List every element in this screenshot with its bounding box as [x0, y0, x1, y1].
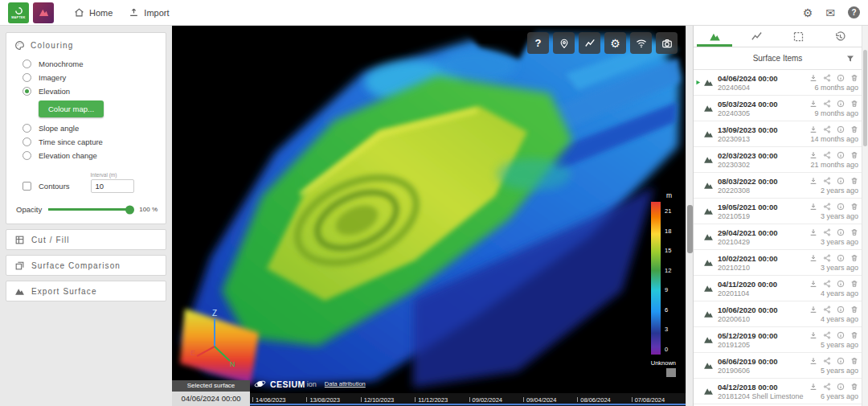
download-icon[interactable] [809, 254, 817, 262]
share-icon[interactable] [823, 74, 831, 82]
surface-list-item[interactable]: 04/06/2024 00:00 20240604 6 months ago [694, 70, 862, 96]
viewer-screenshot-button[interactable] [656, 32, 678, 54]
surface-list-item[interactable]: 06/06/2019 00:00 20190606 5 years ago [694, 353, 862, 379]
info-icon[interactable] [837, 203, 845, 211]
timeline-date[interactable]: 08/06/2024 [577, 396, 631, 404]
timeline-date[interactable]: 09/02/2024 [469, 396, 523, 404]
settings-gear-icon[interactable]: ⚙ [803, 7, 813, 18]
download-icon[interactable] [809, 74, 817, 82]
surface-list-item[interactable]: 05/12/2019 00:00 20191205 5 years ago [694, 327, 862, 353]
download-icon[interactable] [809, 331, 817, 339]
surface-list-item[interactable]: 19/05/2021 00:00 20210519 3 years ago [694, 199, 862, 224]
timeline-date[interactable]: 13/08/2023 [306, 396, 360, 404]
surface-list-item[interactable]: 10/06/2020 00:00 20200610 4 years ago [694, 301, 862, 327]
share-icon[interactable] [823, 203, 831, 211]
delete-icon[interactable] [850, 74, 858, 82]
delete-icon[interactable] [850, 306, 858, 314]
page-scrollbar-thumb[interactable] [687, 205, 693, 253]
delete-icon[interactable] [850, 280, 858, 288]
delete-icon[interactable] [850, 357, 858, 365]
surface-list-item[interactable]: 13/09/2023 00:00 20230913 14 months ago [694, 121, 862, 147]
delete-icon[interactable] [850, 383, 858, 391]
tab-region[interactable] [778, 26, 820, 47]
colour-map-button[interactable]: Colour map... [39, 100, 104, 117]
info-icon[interactable] [837, 100, 845, 108]
page-scrollbar[interactable] [686, 26, 693, 406]
info-icon[interactable] [837, 254, 845, 262]
cut-fill-section[interactable]: Cut / Fill [6, 229, 166, 250]
info-icon[interactable] [837, 357, 845, 365]
surface-list-item[interactable]: 08/03/2022 00:00 20220308 2 years ago [694, 173, 862, 199]
share-icon[interactable] [823, 383, 831, 391]
info-icon[interactable] [837, 331, 845, 339]
opacity-slider-thumb[interactable] [125, 205, 134, 214]
timeline-date[interactable]: 09/04/2024 [523, 396, 577, 404]
viewer-connectivity-button[interactable] [630, 32, 652, 54]
help-icon[interactable]: ? [848, 6, 860, 18]
surface-list-item[interactable]: 02/03/2023 00:00 20230302 21 months ago [694, 147, 862, 173]
download-icon[interactable] [809, 203, 817, 211]
viewer-location-button[interactable] [553, 32, 575, 54]
tab-history[interactable] [820, 26, 862, 47]
surface-list-item[interactable]: 04/11/2020 00:00 20201104 4 years ago [694, 276, 862, 301]
opacity-slider[interactable] [48, 208, 133, 211]
contours-checkbox[interactable] [23, 182, 31, 191]
info-icon[interactable] [837, 74, 845, 82]
tab-chart[interactable] [735, 26, 777, 47]
colouring-radio-option[interactable]: Monochrome [23, 57, 158, 71]
info-icon[interactable] [837, 177, 845, 185]
panel-scrollbar[interactable] [862, 26, 868, 406]
info-icon[interactable] [837, 125, 845, 133]
info-icon[interactable] [837, 151, 845, 159]
share-icon[interactable] [823, 151, 831, 159]
surface-list-item[interactable]: 10/02/2021 00:00 20210210 3 years ago [694, 250, 862, 276]
delete-icon[interactable] [850, 100, 858, 108]
filter-icon[interactable] [845, 54, 855, 64]
info-icon[interactable] [837, 306, 845, 314]
surface-list-item[interactable]: 29/04/2021 00:00 20210429 3 years ago [694, 224, 862, 250]
export-surface-section[interactable]: Export Surface [6, 281, 166, 301]
delete-icon[interactable] [850, 125, 858, 133]
delete-icon[interactable] [850, 177, 858, 185]
download-icon[interactable] [809, 383, 817, 391]
delete-icon[interactable] [850, 151, 858, 159]
viewer-chart-button[interactable] [579, 32, 600, 54]
surface-list-item[interactable]: 05/03/2024 00:00 20240305 9 months ago [694, 96, 862, 121]
share-icon[interactable] [823, 177, 831, 185]
info-icon[interactable] [837, 280, 845, 288]
surface-list-item[interactable]: 04/12/2018 00:00 20181204 Shell Limeston… [694, 379, 862, 404]
tab-surfaces[interactable] [694, 26, 735, 47]
data-attribution-link[interactable]: Data attribution [325, 380, 366, 388]
delete-icon[interactable] [850, 254, 858, 262]
colouring-radio-option[interactable]: Time since capture [23, 135, 158, 149]
colouring-radio-option[interactable]: Elevation change [23, 149, 158, 162]
share-icon[interactable] [823, 331, 831, 339]
share-icon[interactable] [823, 125, 831, 133]
download-icon[interactable] [809, 280, 817, 288]
surface-comparison-section[interactable]: Surface Comparison [6, 255, 166, 276]
download-icon[interactable] [809, 357, 817, 365]
mail-icon[interactable]: ✉ [825, 7, 835, 18]
viewer-3d[interactable]: ? ⚙ Z E N m 211815129630 Unknown [172, 26, 686, 406]
delete-icon[interactable] [850, 331, 858, 339]
colouring-radio-option[interactable]: Slope angle [23, 121, 158, 135]
share-icon[interactable] [823, 357, 831, 365]
share-icon[interactable] [823, 280, 831, 288]
timeline-date[interactable]: 11/12/2023 [415, 396, 469, 404]
share-icon[interactable] [823, 306, 831, 314]
share-icon[interactable] [823, 228, 831, 236]
terrain-surface[interactable] [172, 26, 686, 406]
download-icon[interactable] [809, 151, 817, 159]
info-icon[interactable] [837, 228, 845, 236]
interval-input[interactable] [91, 179, 134, 193]
panel-scrollbar-thumb[interactable] [863, 50, 867, 146]
delete-icon[interactable] [850, 203, 858, 211]
timeline-date[interactable]: 14/06/2023 [252, 396, 306, 404]
share-icon[interactable] [823, 254, 831, 262]
delete-icon[interactable] [850, 228, 858, 236]
colouring-radio-option[interactable]: Elevation [23, 84, 158, 98]
viewer-settings-button[interactable]: ⚙ [604, 32, 626, 54]
download-icon[interactable] [809, 125, 817, 133]
download-icon[interactable] [809, 177, 817, 185]
share-icon[interactable] [823, 100, 831, 108]
